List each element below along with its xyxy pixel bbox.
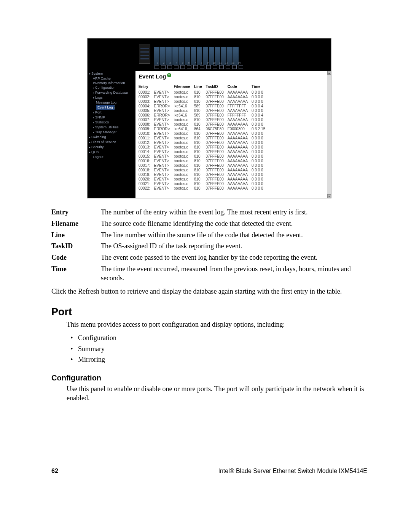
list-item: Summary bbox=[78, 343, 367, 355]
panel-title: Event Log? bbox=[139, 73, 328, 81]
table-row: 00015:EVENT>bootos.c81007FFFE00AAAAAAAA0… bbox=[139, 154, 269, 159]
nav-item[interactable]: System Utilities bbox=[89, 125, 135, 130]
nav-item[interactable]: Configuration bbox=[89, 85, 135, 90]
navigation-tree[interactable]: SystemARP CacheInventory InformationConf… bbox=[88, 71, 135, 198]
scroll-down-icon[interactable]: ▾ bbox=[327, 194, 331, 198]
table-row: 00012:EVENT>bootos.c81007FFFE00AAAAAAAA0… bbox=[139, 141, 269, 145]
nav-item[interactable]: Event Log bbox=[89, 105, 135, 110]
footer-title: Intel® Blade Server Ethernet Switch Modu… bbox=[218, 468, 367, 474]
list-item: Configuration bbox=[78, 332, 367, 343]
nav-item[interactable]: Forwarding Database bbox=[89, 90, 135, 95]
def-desc: The event code passed to the event log h… bbox=[101, 253, 367, 265]
nav-item[interactable]: SNMP bbox=[89, 115, 135, 120]
table-row: 00016:EVENT>bootos.c81007FFFE00AAAAAAAA0… bbox=[139, 159, 269, 163]
def-term: Line bbox=[51, 231, 101, 242]
table-row: 00018:EVENT>bootos.c81007FFFE00AAAAAAAA0… bbox=[139, 168, 269, 173]
nav-item[interactable]: Statistics bbox=[89, 120, 135, 125]
content-pane: Event Log? EntryFilenameLineTaskIDCodeTi… bbox=[135, 71, 331, 198]
page-footer: 62 Intel® Blade Server Ethernet Switch M… bbox=[51, 468, 367, 474]
nav-item[interactable]: Logs bbox=[89, 95, 135, 100]
scrollbar[interactable]: ▴ ▾ bbox=[327, 71, 331, 198]
table-row: 00009:ERROR>ixe5416_86406C75E80F00003000… bbox=[139, 127, 269, 131]
scroll-up-icon[interactable]: ▴ bbox=[327, 71, 331, 75]
table-row: 00001:EVENT>bootos.c81007FFFE00AAAAAAAA0… bbox=[139, 90, 269, 95]
def-desc: The line number within the source file o… bbox=[101, 231, 367, 242]
port-intro: This menu provides access to port config… bbox=[67, 320, 367, 329]
table-row: 00008:EVENT>bootos.c81007FFFE00AAAAAAAA0… bbox=[139, 122, 269, 127]
nav-item[interactable]: Port bbox=[89, 110, 135, 115]
nav-item[interactable]: System bbox=[89, 71, 135, 76]
table-row: 00006:ERROR>ixe5416_58907FFFE00FFFFFFFF0… bbox=[139, 113, 269, 118]
list-item: Mirroring bbox=[78, 354, 367, 365]
page-number: 62 bbox=[51, 468, 58, 474]
def-term: Code bbox=[51, 253, 101, 265]
table-row: 00007:EVENT>bootos.c81007FFFE00AAAAAAAA0… bbox=[139, 118, 269, 122]
table-row: 00002:EVENT>bootos.c81007FFFE00AAAAAAAA0… bbox=[139, 95, 269, 99]
nav-item[interactable]: Class of Service bbox=[89, 140, 135, 145]
table-row: 00017:EVENT>bootos.c81007FFFE00AAAAAAAA0… bbox=[139, 163, 269, 168]
def-term: TaskID bbox=[51, 242, 101, 253]
def-desc: The source code filename identifying the… bbox=[101, 219, 367, 231]
table-row: 00004:ERROR>ixe5416_58907FFFE00FFFFFFFF0… bbox=[139, 104, 269, 109]
nav-item[interactable]: Inventory Information bbox=[89, 81, 135, 85]
nav-item[interactable]: ARP Cache bbox=[89, 76, 135, 81]
nav-item[interactable]: Switching bbox=[89, 135, 135, 140]
port-menu-list: ConfigurationSummaryMirroring bbox=[78, 332, 367, 365]
table-row: 00013:EVENT>bootos.c81007FFFE00AAAAAAAA0… bbox=[139, 145, 269, 150]
def-term: Time bbox=[51, 265, 101, 285]
field-definitions: EntryThe number of the entry within the … bbox=[51, 208, 367, 285]
nav-item[interactable]: QOS bbox=[89, 150, 135, 155]
table-row: 00010:EVENT>bootos.c81007FFFE00AAAAAAAA0… bbox=[139, 131, 269, 136]
nav-item[interactable]: Security bbox=[89, 145, 135, 150]
configuration-heading: Configuration bbox=[51, 374, 367, 382]
eventlog-screenshot: 1234567891011121314 SystemARP CacheInven… bbox=[87, 38, 331, 198]
nav-item[interactable]: Logout bbox=[89, 155, 135, 159]
event-log-table: EntryFilenameLineTaskIDCodeTime 00001:EV… bbox=[139, 85, 269, 191]
help-icon[interactable]: ? bbox=[167, 73, 171, 77]
table-row: 00022:EVENT>bootos.c81007FFFE00AAAAAAAA0… bbox=[139, 186, 269, 191]
table-row: 00005:EVENT>bootos.c81007FFFE00AAAAAAAA0… bbox=[139, 109, 269, 113]
def-desc: The time the event occurred, measured fr… bbox=[101, 265, 367, 285]
refresh-note: Click the Refresh button to retrieve and… bbox=[51, 287, 367, 296]
def-desc: The OS-assigned ID of the task reporting… bbox=[101, 242, 367, 253]
table-row: 00020:EVENT>bootos.c81007FFFE00AAAAAAAA0… bbox=[139, 177, 269, 182]
table-row: 00021:EVENT>bootos.c81007FFFE00AAAAAAAA0… bbox=[139, 182, 269, 186]
def-term: Filename bbox=[51, 219, 101, 231]
table-row: 00003:EVENT>bootos.c81007FFFE00AAAAAAAA0… bbox=[139, 99, 269, 104]
table-row: 00014:EVENT>bootos.c81007FFFE00AAAAAAAA0… bbox=[139, 150, 269, 154]
def-term: Entry bbox=[51, 208, 101, 219]
port-heading: Port bbox=[51, 306, 367, 318]
configuration-text: Use this panel to enable or disable one … bbox=[67, 385, 367, 403]
nav-item[interactable]: Message Log bbox=[89, 100, 135, 105]
nav-item[interactable]: Trap Manager bbox=[89, 130, 135, 135]
def-desc: The number of the entry within the event… bbox=[101, 208, 367, 219]
table-row: 00019:EVENT>bootos.c81007FFFE00AAAAAAAA0… bbox=[139, 173, 269, 177]
table-row: 00011:EVENT>bootos.c81007FFFE00AAAAAAAA0… bbox=[139, 136, 269, 141]
